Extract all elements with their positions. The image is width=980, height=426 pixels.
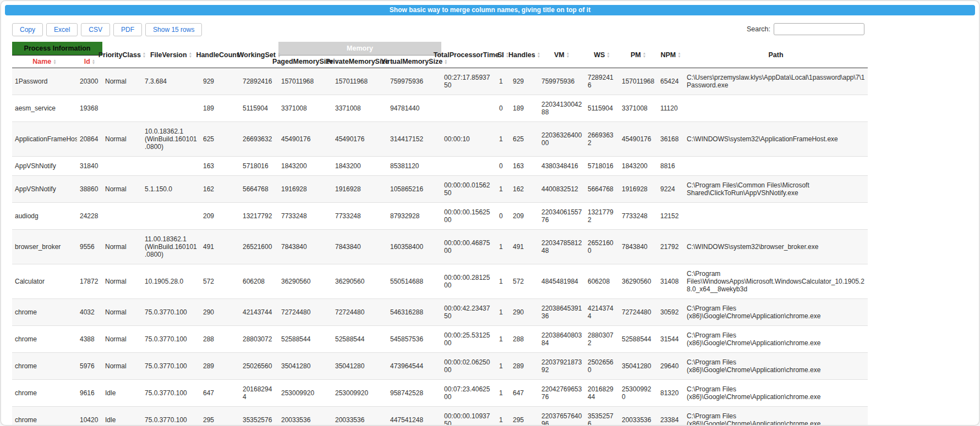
cell: 72724480 bbox=[278, 299, 332, 326]
cell: 606208 bbox=[240, 264, 278, 299]
column-header-label: PM bbox=[631, 51, 641, 59]
cell: chrome bbox=[12, 353, 77, 380]
cell: 87932928 bbox=[387, 203, 441, 230]
column-header-ws[interactable]: WS▲▼ bbox=[585, 42, 619, 68]
cell: 647 bbox=[200, 380, 240, 407]
column-header-privatememorysize[interactable]: PrivateMemorySize▲▼ bbox=[332, 56, 387, 68]
cell: 29640 bbox=[658, 353, 684, 380]
toolbar: CopyExcelCSVPDFShow 15 rows Search: bbox=[12, 23, 864, 36]
cell: 75.0.3770.100 bbox=[142, 380, 200, 407]
cell: 958742528 bbox=[387, 380, 441, 407]
column-header-pagedmemorysize[interactable]: PagedMemorySize▲▼ bbox=[278, 56, 332, 68]
cell: 85381120 bbox=[387, 157, 441, 176]
column-header-pm[interactable]: PM▲▼ bbox=[619, 42, 658, 68]
cell: 10420 bbox=[77, 407, 102, 426]
cell: 1 bbox=[496, 407, 510, 426]
cell: 00:00:10 bbox=[441, 122, 496, 157]
cell: 38860 bbox=[77, 176, 102, 203]
column-header-handles[interactable]: Handles▲▼ bbox=[510, 42, 539, 68]
cell: 253009920 bbox=[619, 380, 658, 407]
cell: 1 bbox=[496, 326, 510, 353]
cell: 42143744 bbox=[585, 299, 619, 326]
cell: 5115904 bbox=[240, 95, 278, 122]
sort-arrows-icon: ▲▼ bbox=[277, 52, 281, 58]
sort-arrows-icon: ▲▼ bbox=[143, 52, 146, 58]
column-header-label: VM bbox=[554, 51, 565, 59]
cell: 5718016 bbox=[585, 157, 619, 176]
table-row: ApplicationFrameHost20864Normal10.0.1836… bbox=[12, 122, 868, 157]
cell: 3371008 bbox=[332, 95, 387, 122]
cell: 2204276965376 bbox=[539, 380, 585, 407]
column-header-vm[interactable]: VM▲▼ bbox=[539, 42, 585, 68]
cell: 75.0.3770.100 bbox=[142, 299, 200, 326]
column-header-label: PrivateMemorySize bbox=[326, 58, 389, 65]
cell: 11120 bbox=[658, 95, 684, 122]
cell: 1916928 bbox=[332, 176, 387, 203]
column-header-process-information: Process Information bbox=[12, 42, 102, 56]
cell: browser_broker bbox=[12, 230, 77, 264]
cell: 13217792 bbox=[240, 203, 278, 230]
cell: 00:00:25.5312500 bbox=[441, 326, 496, 353]
search-input[interactable] bbox=[774, 23, 864, 35]
table-row: audiodg242282091321779277332487733248879… bbox=[12, 203, 868, 230]
cell: 1 bbox=[496, 176, 510, 203]
cell: 45490176 bbox=[278, 122, 332, 157]
cell: Idle bbox=[102, 407, 142, 426]
cell: 1 bbox=[496, 122, 510, 157]
column-header-priorityclass[interactable]: PriorityClass▲▼ bbox=[102, 42, 142, 68]
cell: 606208 bbox=[585, 264, 619, 299]
cell: Normal bbox=[102, 353, 142, 380]
cell: 8816 bbox=[658, 157, 684, 176]
search-area: Search: bbox=[747, 23, 864, 35]
cell: 17872 bbox=[77, 264, 102, 299]
cell: 929 bbox=[510, 68, 539, 95]
table-row: aesm_service1936818951159043371008337100… bbox=[12, 95, 868, 122]
cell: 5664768 bbox=[240, 176, 278, 203]
pdf-button[interactable]: PDF bbox=[113, 23, 142, 36]
cell: 72724480 bbox=[619, 299, 658, 326]
cell: 75.0.3770.100 bbox=[142, 353, 200, 380]
cell: 1843200 bbox=[278, 157, 332, 176]
cell: 00:00:00.2812500 bbox=[441, 264, 496, 299]
sort-arrows-icon: ▲▼ bbox=[677, 52, 681, 58]
cell: chrome bbox=[12, 299, 77, 326]
cell: 7733248 bbox=[619, 203, 658, 230]
column-header-handlecount[interactable]: HandleCount▲▼ bbox=[200, 42, 240, 68]
column-header-name[interactable]: Name▲▼ bbox=[12, 56, 77, 68]
column-header-label: WorkingSet bbox=[238, 51, 276, 59]
cell: aesm_service bbox=[12, 95, 77, 122]
sort-arrows-icon: ▲▼ bbox=[537, 52, 540, 58]
column-header-label: Path bbox=[768, 51, 783, 59]
column-header-totalprocessortime[interactable]: TotalProcessorTime▲▼ bbox=[441, 42, 496, 68]
column-header-label: SI bbox=[497, 51, 504, 59]
cell: 0 bbox=[496, 157, 510, 176]
cell: 295 bbox=[510, 407, 539, 426]
column-header-label: FileVersion bbox=[150, 51, 187, 59]
show-15-rows-button[interactable]: Show 15 rows bbox=[145, 23, 202, 36]
cell: chrome bbox=[12, 326, 77, 353]
cell: 42143744 bbox=[240, 299, 278, 326]
cell: chrome bbox=[12, 380, 77, 407]
cell: 00:00:00.1093750 bbox=[441, 407, 496, 426]
cell: Normal bbox=[102, 122, 142, 157]
excel-button[interactable]: Excel bbox=[46, 23, 78, 36]
cell: 289 bbox=[510, 353, 539, 380]
cell: 288 bbox=[510, 326, 539, 353]
table-row: 1Password20300Normal7.3.6849297289241615… bbox=[12, 68, 868, 95]
copy-button[interactable]: Copy bbox=[12, 23, 43, 36]
table-row: Calculator17872Normal10.1905.28.05726062… bbox=[12, 264, 868, 299]
sort-arrows-icon: ▲▼ bbox=[643, 52, 646, 58]
cell: ApplicationFrameHost bbox=[12, 122, 77, 157]
cell: C:\Program Files (x86)\Google\Chrome\App… bbox=[684, 353, 868, 380]
cell: audiodg bbox=[12, 203, 77, 230]
column-header-npm[interactable]: NPM▲▼ bbox=[658, 42, 684, 68]
column-header-label: TotalProcessorTime bbox=[434, 51, 499, 59]
cell: 35352576 bbox=[240, 407, 278, 426]
column-header-fileversion[interactable]: FileVersion▲▼ bbox=[142, 42, 200, 68]
cell: 1 bbox=[496, 299, 510, 326]
csv-button[interactable]: CSV bbox=[81, 23, 110, 36]
cell: 9556 bbox=[77, 230, 102, 264]
cell: 759975936 bbox=[387, 68, 441, 95]
cell bbox=[102, 157, 142, 176]
cell: 26521600 bbox=[585, 230, 619, 264]
